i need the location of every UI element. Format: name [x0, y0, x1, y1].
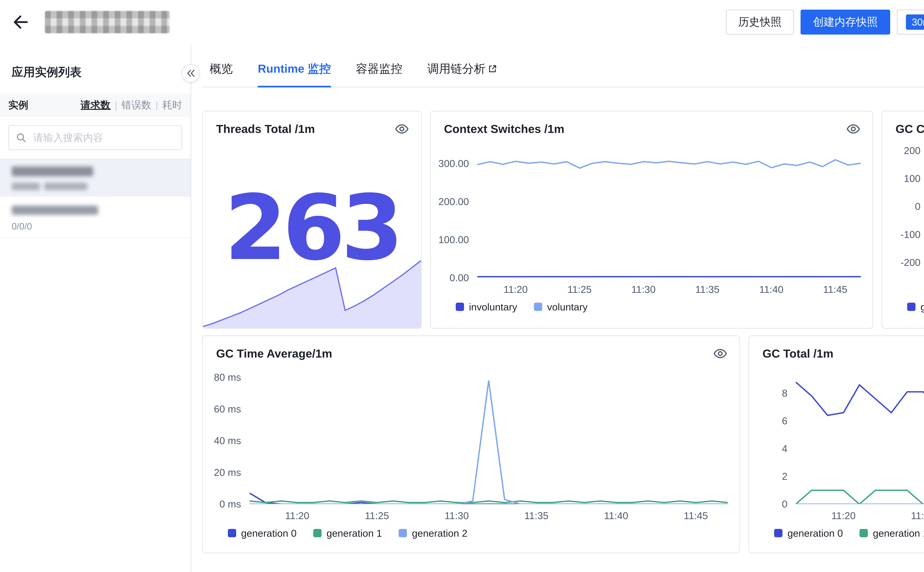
y-axis-tick-label: 0.00: [450, 272, 469, 283]
redacted-instance-meta: [12, 183, 40, 190]
time-range-select[interactable]: 30min 最近30分钟: [897, 9, 924, 34]
y-axis-tick-label: 0: [915, 201, 921, 212]
gc-total-card: GC Total /1m 8642011:2011:2511:3011:3511…: [749, 335, 924, 553]
instance-search-box: [8, 125, 182, 150]
sort-by-requests[interactable]: 请求数: [81, 98, 110, 112]
x-axis-tick-label: 11:30: [445, 510, 469, 521]
y-axis-tick-label: 100: [904, 173, 921, 184]
tab-runtime-monitor[interactable]: Runtime 监控: [258, 61, 331, 87]
context-switches-card: Context Switches /1m 300.00200.00100.000…: [430, 111, 873, 329]
legend-item[interactable]: generation 1: [313, 527, 382, 539]
x-axis-tick-label: 11:20: [503, 284, 528, 295]
x-axis-tick-label: 11:40: [604, 510, 628, 521]
legend-swatch: [456, 303, 464, 311]
y-axis-tick-label: 200: [904, 145, 921, 156]
time-range-badge: 30min: [906, 14, 924, 30]
y-axis-tick-label: 4: [782, 443, 788, 454]
legend-item[interactable]: generation 0: [907, 301, 924, 312]
legend-label: generation 2: [412, 527, 467, 539]
y-axis-tick-label: 40 ms: [214, 435, 241, 446]
top-header: 历史快照 创建内存快照 30min 最近30分钟 刷新率: off: [0, 0, 924, 44]
x-axis-tick-label: 11:20: [285, 510, 309, 521]
legend-swatch: [228, 529, 236, 537]
gc-time-average-card: GC Time Average/1m 80 ms60 ms40 ms20 ms0…: [202, 335, 740, 553]
chart-eye-button[interactable]: [394, 121, 409, 137]
y-axis-tick-label: 80 ms: [214, 371, 241, 383]
chart-legend: generation 0generation 1generation 2: [885, 301, 924, 312]
legend-item[interactable]: generation 0: [774, 527, 843, 539]
sort-by-latency[interactable]: 耗时: [162, 98, 182, 112]
legend-swatch: [398, 529, 407, 537]
create-memory-snapshot-button[interactable]: 创建内存快照: [800, 9, 890, 34]
gc-count-chart: 2001000-100-20011:2011:2511:3011:3511:40…: [882, 138, 924, 328]
main-content: 概览 Runtime 监控 容器监控 调用链分析 Threads Total /…: [191, 44, 924, 572]
instance-list-item[interactable]: 0/0/0: [0, 197, 191, 238]
instance-filter-row: 实例 请求数 | 错误数 | 耗时: [0, 93, 191, 117]
collapse-sidebar-icon: [186, 69, 195, 78]
tab-trace-analysis[interactable]: 调用链分析: [428, 61, 497, 87]
back-arrow-icon: [12, 13, 30, 31]
search-icon: [16, 132, 26, 143]
history-snapshot-button[interactable]: 历史快照: [726, 9, 794, 34]
y-axis-tick-label: 8: [782, 387, 788, 399]
header-actions: 历史快照 创建内存快照 30min 最近30分钟 刷新率: off: [726, 9, 924, 34]
chart-eye-button[interactable]: [713, 346, 728, 361]
gc-time-average-chart: 80 ms60 ms40 ms20 ms0 ms11:2011:2511:301…: [203, 363, 740, 553]
x-axis-tick-label: 11:40: [759, 284, 783, 295]
app-root: 历史快照 创建内存快照 30min 最近30分钟 刷新率: off: [0, 0, 924, 572]
instance-sidebar: 应用实例列表 实例 请求数 | 错误数 | 耗时: [0, 44, 191, 572]
instance-search-input[interactable]: [32, 131, 175, 144]
y-axis-tick-label: 0: [782, 498, 788, 510]
sidebar-title: 应用实例列表: [0, 64, 191, 80]
collapse-sidebar-button[interactable]: [181, 64, 200, 82]
eye-icon: [394, 121, 409, 137]
chart-title: Threads Total /1m: [216, 122, 315, 135]
monitor-tabs: 概览 Runtime 监控 容器监控 调用链分析: [202, 61, 924, 87]
y-axis-tick-label: 60 ms: [214, 403, 241, 415]
legend-swatch: [534, 303, 542, 311]
y-axis-tick-label: 6: [782, 415, 788, 426]
instance-list-item[interactable]: [0, 159, 191, 197]
legend-item[interactable]: involuntary: [456, 301, 517, 312]
redacted-instance-name: [12, 205, 98, 215]
charts-row-1: Threads Total /1m 263 Context Switches /…: [202, 111, 924, 329]
chart-title: GC Count /1m: [896, 122, 924, 135]
legend-swatch: [859, 529, 868, 537]
y-axis-tick-label: 200.00: [438, 196, 469, 207]
chart-legend: generation 0generation 1generation 2: [206, 527, 728, 539]
chart-title: GC Total /1m: [763, 347, 833, 360]
tab-overview[interactable]: 概览: [209, 61, 233, 87]
y-axis-tick-label: 2: [782, 471, 788, 482]
y-axis-tick-label: 100.00: [438, 234, 469, 245]
y-axis-tick-label: 0 ms: [219, 498, 241, 510]
app-title-redacted: [45, 11, 170, 33]
y-axis-tick-label: 20 ms: [214, 466, 241, 478]
x-axis-tick-label: 11:20: [831, 510, 856, 521]
sort-by-errors[interactable]: 错误数: [121, 98, 151, 112]
legend-item[interactable]: voluntary: [534, 301, 588, 312]
legend-item[interactable]: generation 0: [228, 527, 297, 539]
tab-container-monitor[interactable]: 容器监控: [356, 61, 403, 87]
x-axis-tick-label: 11:45: [823, 284, 847, 295]
legend-label: generation 1: [327, 527, 382, 539]
charts-row-2: GC Time Average/1m 80 ms60 ms40 ms20 ms0…: [202, 335, 924, 553]
x-axis-tick-label: 11:25: [911, 510, 924, 521]
redacted-instance-meta: [44, 183, 87, 190]
legend-swatch: [907, 303, 916, 311]
legend-label: generation 0: [788, 527, 843, 539]
legend-item[interactable]: generation 2: [398, 527, 467, 539]
chart-legend: generation 0generation 1generation 2: [752, 527, 924, 539]
chart-title: Context Switches /1m: [444, 122, 564, 135]
threads-total-card: Threads Total /1m 263: [202, 111, 422, 329]
back-button[interactable]: [12, 13, 30, 31]
redacted-instance-name: [12, 166, 93, 176]
chart-eye-button[interactable]: [846, 121, 861, 137]
x-axis-tick-label: 11:35: [524, 510, 549, 521]
external-link-icon: [488, 64, 497, 73]
chart-title: GC Time Average/1m: [216, 347, 332, 360]
legend-item[interactable]: generation 1: [859, 527, 924, 539]
x-axis-tick-label: 11:30: [631, 284, 656, 295]
instance-metrics: 0/0/0: [12, 221, 32, 232]
legend-swatch: [313, 529, 322, 537]
legend-label: involuntary: [469, 301, 517, 312]
